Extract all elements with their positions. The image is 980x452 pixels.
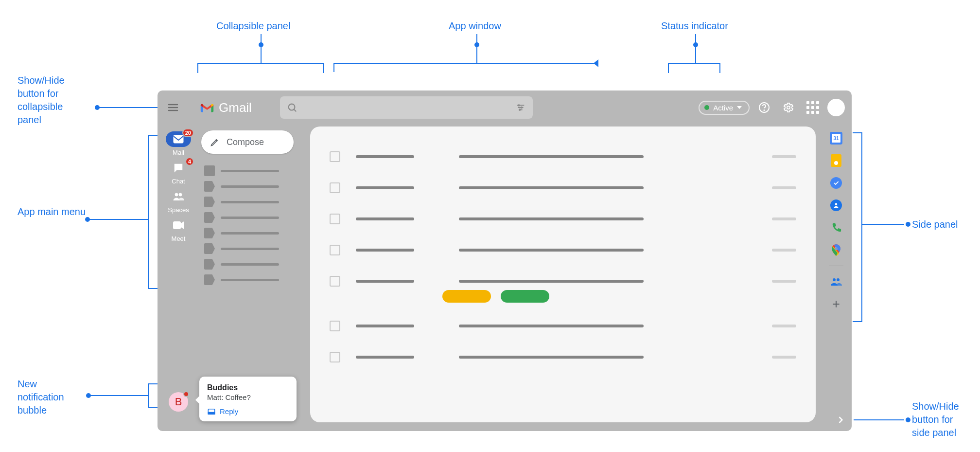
search-icon bbox=[287, 102, 298, 113]
notification-message: Matt: Coffee? bbox=[207, 393, 289, 401]
status-dot-icon bbox=[704, 105, 709, 110]
label-icon bbox=[204, 228, 215, 238]
svg-rect-17 bbox=[174, 222, 180, 229]
panel-item-inbox[interactable] bbox=[201, 164, 306, 177]
panel-item-label[interactable] bbox=[201, 273, 306, 286]
svg-point-13 bbox=[787, 106, 790, 109]
status-indicator[interactable]: Active bbox=[699, 101, 750, 115]
support-button[interactable] bbox=[754, 98, 774, 117]
message-row[interactable] bbox=[330, 141, 796, 172]
svg-point-3 bbox=[289, 104, 295, 110]
annot-status: Status indicator bbox=[661, 19, 728, 33]
notification-reply-button[interactable]: Reply bbox=[207, 407, 289, 416]
notification-bubble[interactable]: B bbox=[169, 392, 188, 412]
rail-label-meet: Meet bbox=[172, 235, 186, 242]
svg-point-20 bbox=[835, 203, 838, 205]
side-app-tasks[interactable] bbox=[829, 176, 843, 190]
label-icon bbox=[204, 197, 215, 207]
checkbox[interactable] bbox=[330, 151, 340, 162]
compose-label: Compose bbox=[227, 137, 264, 147]
message-list bbox=[310, 127, 816, 422]
checkbox[interactable] bbox=[330, 182, 340, 193]
chat-badge: 4 bbox=[185, 157, 194, 166]
message-row[interactable] bbox=[330, 342, 796, 373]
search-input[interactable] bbox=[280, 96, 533, 119]
annot-notification: New notification bubble bbox=[18, 378, 64, 417]
panel-item-label[interactable] bbox=[201, 211, 306, 224]
svg-line-4 bbox=[294, 109, 297, 112]
main-menu-toggle[interactable] bbox=[164, 99, 182, 116]
keep-icon bbox=[831, 154, 841, 167]
svg-point-23 bbox=[833, 278, 836, 281]
side-app-groups[interactable] bbox=[829, 275, 843, 289]
rail-item-spaces[interactable]: Spaces bbox=[161, 189, 195, 214]
meet-icon bbox=[173, 221, 184, 230]
svg-point-22 bbox=[835, 247, 838, 250]
gear-icon bbox=[783, 102, 794, 113]
message-row[interactable] bbox=[330, 172, 796, 203]
rail-item-chat[interactable]: 4 Chat bbox=[161, 160, 195, 185]
rail-item-mail[interactable]: 20 Mail bbox=[161, 131, 195, 156]
checkbox[interactable] bbox=[330, 214, 340, 224]
side-app-voice[interactable] bbox=[829, 221, 843, 235]
groups-icon bbox=[830, 277, 842, 287]
panel-item-label[interactable] bbox=[201, 227, 306, 239]
calendar-icon bbox=[830, 132, 842, 145]
header-bar: Gmail Active bbox=[158, 90, 852, 125]
svg-point-9 bbox=[521, 107, 522, 108]
side-app-keep[interactable] bbox=[829, 154, 843, 167]
side-app-maps[interactable] bbox=[829, 243, 843, 257]
checkbox[interactable] bbox=[330, 352, 340, 362]
voice-icon bbox=[831, 222, 841, 233]
pencil-icon bbox=[210, 137, 220, 147]
suggestion-chip[interactable] bbox=[442, 290, 491, 303]
side-app-calendar[interactable] bbox=[829, 131, 843, 145]
account-avatar[interactable] bbox=[827, 99, 845, 116]
annot-toggle-panel: Show/Hide button for collapsible panel bbox=[18, 74, 65, 127]
checkbox[interactable] bbox=[330, 245, 340, 255]
svg-point-10 bbox=[519, 109, 521, 110]
side-app-contacts[interactable] bbox=[829, 199, 843, 212]
svg-point-15 bbox=[175, 193, 178, 196]
gmail-window: Gmail Active bbox=[158, 90, 852, 431]
chevron-down-icon bbox=[737, 106, 742, 109]
side-add-button[interactable] bbox=[829, 297, 843, 311]
svg-point-12 bbox=[764, 110, 764, 110]
label-icon bbox=[204, 259, 215, 270]
side-panel-toggle[interactable] bbox=[829, 409, 852, 431]
annot-collapsible: Collapsible panel bbox=[216, 19, 290, 33]
google-apps-button[interactable] bbox=[803, 98, 822, 117]
label-icon bbox=[204, 181, 215, 192]
tasks-icon bbox=[830, 177, 842, 189]
svg-point-16 bbox=[179, 193, 182, 196]
product-name: Gmail bbox=[219, 100, 252, 115]
plus-icon bbox=[831, 299, 841, 309]
message-row[interactable] bbox=[330, 310, 796, 342]
rail-item-meet[interactable]: Meet bbox=[161, 217, 195, 242]
message-row[interactable] bbox=[330, 203, 796, 235]
mail-icon bbox=[173, 135, 184, 144]
suggestion-chips bbox=[442, 290, 796, 303]
app-window bbox=[310, 125, 821, 431]
annot-side-panel: Side panel bbox=[912, 218, 958, 231]
message-row[interactable] bbox=[330, 235, 796, 266]
compose-button[interactable]: Compose bbox=[201, 130, 294, 154]
panel-item-label[interactable] bbox=[201, 258, 306, 271]
checkbox[interactable] bbox=[330, 321, 340, 331]
rail-label-chat: Chat bbox=[172, 178, 185, 185]
label-icon bbox=[204, 274, 215, 285]
suggestion-chip[interactable] bbox=[501, 290, 549, 303]
settings-button[interactable] bbox=[779, 98, 798, 117]
label-icon bbox=[204, 243, 215, 254]
notification-avatar-letter: B bbox=[175, 396, 182, 408]
search-options-icon[interactable] bbox=[515, 102, 526, 113]
panel-item-label[interactable] bbox=[201, 180, 306, 193]
svg-rect-19 bbox=[208, 412, 215, 414]
reply-label: Reply bbox=[220, 407, 238, 416]
gmail-icon bbox=[199, 102, 215, 113]
panel-item-label[interactable] bbox=[201, 242, 306, 255]
notification-title: Buddies bbox=[207, 383, 289, 392]
panel-item-label[interactable] bbox=[201, 196, 306, 208]
checkbox[interactable] bbox=[330, 276, 340, 287]
gmail-logo[interactable]: Gmail bbox=[199, 100, 252, 115]
